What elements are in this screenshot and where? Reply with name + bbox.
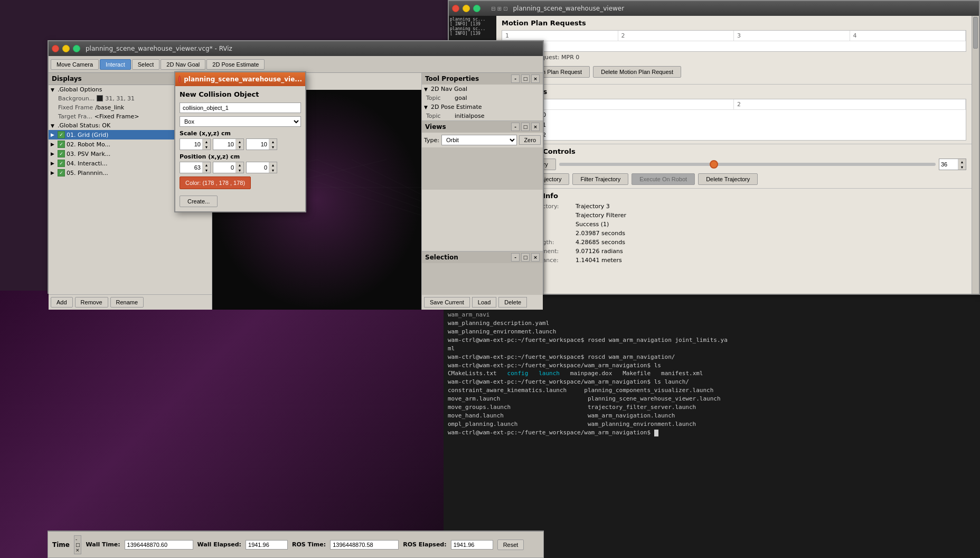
scale-y-up[interactable]: ▲ — [236, 139, 243, 144]
display-robot-label: 02. Robot Mo... — [67, 141, 110, 148]
tp-icon-3[interactable]: × — [531, 75, 540, 83]
add-display-btn[interactable]: Add — [51, 297, 73, 308]
slider-down-arrow[interactable]: ▼ — [958, 164, 966, 170]
reset-time-btn[interactable]: Reset — [497, 540, 524, 550]
global-options-arrow: ▼ — [51, 87, 56, 92]
collision-name-input[interactable] — [180, 103, 301, 113]
trajectory-info-title: Trajectory Info — [502, 192, 966, 200]
save-current-btn[interactable]: Save Current — [424, 297, 470, 308]
display-planning-checkbox[interactable]: ✓ — [58, 169, 65, 176]
delete-trajectory-btn[interactable]: Delete Trajectory — [698, 173, 758, 185]
display-grid-label: 01. Grid (Grid) — [67, 132, 108, 138]
terminal-snippet-1: planning sc... — [450, 17, 495, 22]
main-terminal: planning_sc trajectory_fi wam_arm_navi w… — [444, 291, 980, 558]
delete-motion-plan-request-btn[interactable]: Delete Motion Plan Request — [593, 66, 681, 78]
collision-dialog-titlebar: planning_scene_warehouse_vie... — [175, 72, 305, 86]
collision-shape-row: Box — [180, 116, 301, 127]
wall-time-input[interactable]: 1396448870.60 — [125, 540, 193, 550]
warehouse-close-btn[interactable] — [452, 5, 459, 12]
delete-btn[interactable]: Delete — [498, 297, 527, 308]
position-label: Position (x,y,z) cm — [180, 153, 301, 160]
tp-icon-2[interactable]: □ — [521, 75, 530, 83]
display-psv-checkbox[interactable]: ✓ — [58, 150, 65, 157]
play-slider-track[interactable] — [559, 163, 936, 166]
slider-value-input[interactable]: 36 — [939, 159, 958, 170]
views-icons: - □ × — [511, 123, 540, 131]
interact-btn[interactable]: Interact — [100, 59, 131, 70]
sel-icon-2[interactable]: □ — [521, 253, 530, 262]
filter-trajectory-btn[interactable]: Filter Trajectory — [572, 173, 628, 185]
views-icon-2[interactable]: □ — [521, 123, 530, 131]
pos-y-down[interactable]: ▼ — [236, 168, 243, 173]
target-frame-value: <Fixed Frame> — [95, 113, 139, 120]
display-grid-checkbox[interactable]: ✓ — [58, 131, 65, 138]
views-icon-1[interactable]: - — [511, 123, 520, 131]
nav-goal-item[interactable]: ▼ 2D Nav Goal — [422, 85, 543, 94]
views-icon-3[interactable]: × — [531, 123, 540, 131]
rviz-max-btn[interactable] — [73, 45, 80, 52]
pos-z-field: ▲ ▼ — [246, 162, 277, 173]
display-robot-checkbox[interactable]: ✓ — [58, 141, 65, 148]
scale-x-input[interactable] — [180, 139, 202, 150]
warehouse-min-btn[interactable] — [463, 5, 470, 12]
rviz-min-btn[interactable] — [62, 45, 70, 52]
terminal-line: wam_planning_environment.launch — [448, 328, 976, 336]
slider-up-arrow[interactable]: ▲ — [958, 159, 966, 164]
pos-x-down[interactable]: ▼ — [203, 168, 210, 173]
views-zero-btn[interactable]: Zero — [519, 135, 541, 145]
nav2d-btn[interactable]: 2D Nav Goal — [161, 59, 205, 70]
pos-z-input[interactable] — [247, 162, 269, 173]
pos-x-up[interactable]: ▲ — [203, 162, 210, 168]
color-btn[interactable]: Color: (178 , 178 , 178) — [180, 176, 251, 189]
wall-elapsed-input[interactable]: 1941.96 — [246, 540, 288, 550]
ros-elapsed-input[interactable]: 1941.96 — [451, 540, 493, 550]
scale-z-down[interactable]: ▼ — [269, 144, 277, 150]
pos-y-up[interactable]: ▲ — [236, 162, 243, 168]
terminal-line: move_hand.launch wam_arm_navigation.laun… — [448, 412, 976, 420]
sel-icon-1[interactable]: - — [511, 253, 520, 262]
scale-y-down[interactable]: ▼ — [236, 144, 243, 150]
collision-close-btn[interactable] — [178, 76, 181, 83]
terminal-line: wam-ctrl@wam-ext-pc:~/fuerte_workspace$ … — [448, 336, 976, 345]
pos-z-up[interactable]: ▲ — [269, 162, 277, 168]
scale-y-input[interactable] — [213, 139, 235, 150]
pos-y-input[interactable] — [213, 162, 235, 173]
scale-x-down[interactable]: ▼ — [203, 144, 210, 150]
scale-z-up[interactable]: ▲ — [269, 139, 277, 144]
views-type-select[interactable]: Orbit — [441, 135, 517, 145]
warehouse-max-btn[interactable] — [473, 5, 480, 12]
trajectory-controls-title: Trajectory Controls — [502, 147, 966, 155]
select-btn[interactable]: Select — [132, 59, 160, 70]
terminal-line: wam_planning_description.yaml — [448, 319, 976, 328]
sel-icon-3[interactable]: × — [531, 253, 540, 262]
scale-z-input[interactable] — [247, 139, 269, 150]
pos-x-input[interactable] — [180, 162, 202, 173]
warehouse-scrollbar[interactable] — [972, 16, 979, 294]
traj-row-2[interactable]: ▶ Trajectory 2 — [502, 130, 966, 140]
display-interact-checkbox[interactable]: ✓ — [58, 160, 65, 167]
pose-estimate-btn[interactable]: 2D Pose Estimate — [206, 59, 265, 70]
load-btn[interactable]: Load — [472, 297, 496, 308]
traj-row-1[interactable]: ▶ Trajectory 1 — [502, 120, 966, 130]
collision-shape-select[interactable]: Box — [180, 116, 301, 127]
rename-display-btn[interactable]: Rename — [110, 297, 144, 308]
pos-z-down[interactable]: ▼ — [269, 168, 277, 173]
motion-plan-requests-title: Motion Plan Requests — [502, 19, 966, 27]
selected-request-label: Selected Request: MPR 0 — [502, 52, 966, 63]
nav-goal-label: 2D Nav Goal — [431, 86, 467, 92]
pose-estimate-item[interactable]: ▼ 2D Pose Estimate — [422, 103, 543, 111]
tp-icon-1[interactable]: - — [511, 75, 520, 83]
execute-on-robot-btn[interactable]: Execute On Robot — [632, 173, 695, 185]
mpr-row-0[interactable]: ▶ MPR 0 — [502, 41, 966, 51]
rviz-close-btn[interactable] — [52, 45, 59, 52]
ros-time-label: ROS Time: — [292, 541, 326, 548]
pose-estimate-label: 2D Pose Estimate — [431, 104, 482, 110]
traj-row-0[interactable]: ▶ Trajectory 0 — [502, 110, 966, 120]
scale-x-up[interactable]: ▲ — [203, 139, 210, 144]
move-camera-btn[interactable]: Move Camera — [51, 59, 99, 70]
info-error-value: Success (1) — [576, 221, 609, 228]
ros-time-input[interactable]: 1396448870.58 — [330, 540, 399, 550]
terminal-line: ml — [448, 345, 976, 353]
remove-display-btn[interactable]: Remove — [75, 297, 108, 308]
create-btn[interactable]: Create... — [180, 196, 218, 207]
